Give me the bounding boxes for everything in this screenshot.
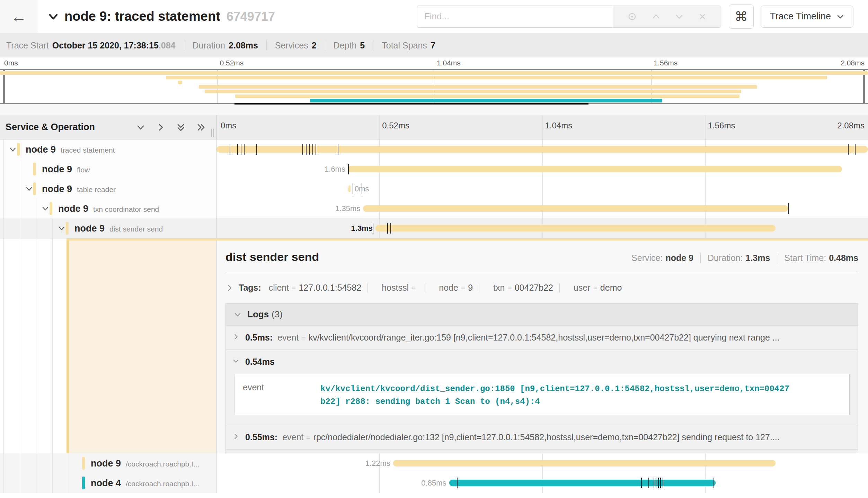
clear-search-icon[interactable] [698,12,707,21]
prev-match-icon[interactable] [651,12,661,21]
span-name-cell[interactable]: node 4/cockroach.roachpb.I... [0,473,216,493]
log-marker-tick [348,164,349,174]
log-entry-3[interactable]: 0.55ms: event = rpc/nodedialer/nodediale… [226,425,858,449]
span-row[interactable]: node 9txn coordinator send1.35ms [0,199,868,218]
span-bar[interactable] [449,480,716,486]
tags-row[interactable]: Tags: client=127.0.0.1:54582hostssl=node… [225,283,858,293]
span-timeline-cell[interactable]: 1.3ms [216,218,868,238]
span-row[interactable]: node 9table reader0ms [0,179,868,199]
timeline-gridline [379,179,380,199]
ruler-time-label: 1.04ms [545,121,573,130]
collapse-one-icon[interactable] [135,122,146,133]
span-row[interactable]: node 9dist sender send1.3ms [0,218,868,238]
log-field-key: event [282,432,303,442]
span-name-cell[interactable]: node 9flow [0,159,216,179]
minimap-left-scrubber[interactable] [3,70,5,103]
column-resize-grip[interactable] [211,129,214,137]
log-marker-tick [848,144,849,155]
span-row[interactable]: node 9/cockroach.roachpb.I...1.22ms [0,453,868,473]
log-entry-2[interactable]: 0.54ms event kv/kvclient/kvcoord/dist_se… [226,350,858,425]
trace-collapse-chevron-icon[interactable] [46,10,60,24]
tag-equals: = [461,284,465,292]
trace-timeline-page: ← node 9: traced statement 6749717 [0,0,868,498]
service-color-bar [17,143,20,156]
find-input[interactable] [417,6,613,27]
log-marker-tick [241,144,241,155]
span-timeline-cell[interactable] [216,139,868,159]
span-duration-label: 1.3ms [351,224,375,233]
tag-separator [479,283,479,292]
span-name-cell[interactable]: node 9dist sender send [0,218,216,238]
trace-summary-bar: Trace Start October 15 2020, 17:38:15.08… [0,33,868,57]
span-bar[interactable] [375,225,776,232]
log-field-value: kv/kvclient/kvcoord/range_iter.go:159 [n… [309,333,780,343]
span-color-fill [69,238,216,453]
next-match-icon[interactable] [674,12,684,21]
span-name-cell[interactable]: node 9traced statement [0,139,216,159]
span-bar[interactable] [216,146,868,153]
log-marker-tick [788,203,789,214]
expand-one-icon[interactable] [155,122,166,133]
log-marker-tick [353,183,353,194]
service-color-bar [82,477,85,489]
collapse-all-icon[interactable] [175,122,186,133]
minimap-canvas[interactable] [0,69,868,104]
tree-guide-line [52,453,53,473]
span-timeline-cell[interactable]: 0.85ms [216,473,868,493]
keyboard-shortcuts-button[interactable]: ⌘ [729,4,754,29]
locate-icon[interactable] [627,11,637,22]
minimap-right-scrubber[interactable] [863,70,865,103]
span-names: node 9traced statement [26,144,115,155]
span-timeline-cell[interactable]: 1.22ms [216,453,868,473]
tags-expand-icon[interactable] [225,284,234,292]
span-detail-title: dist sender send [225,250,319,264]
tag-separator [367,283,368,292]
logs-section: Logs (3) 0.5ms: event = kv/kvclient/kvco… [225,303,858,470]
service-name: node 4 [91,478,121,488]
ruler-time-label: 1.04ms [437,59,461,67]
span-tree-chevron-icon[interactable] [8,145,17,154]
span-bar[interactable] [348,166,842,172]
span-tree-chevron-icon[interactable] [57,224,66,233]
detail-duration-value: 1.3ms [745,253,770,263]
span-name-cell[interactable]: node 9txn coordinator send [0,199,216,218]
log-marker-tick [641,478,642,488]
service-name: node 9 [42,183,72,194]
expand-all-icon[interactable] [195,122,206,133]
span-bar[interactable] [393,460,776,467]
span-timeline-cell[interactable]: 0ms [216,179,868,199]
span-row[interactable]: node 4/cockroach.roachpb.I...0.85ms [0,473,868,493]
trace-id: 6749717 [227,9,275,24]
span-row[interactable]: node 9traced statement [0,139,868,159]
ruler-time-label: 0ms [4,59,18,67]
minimap-span-bar [310,99,662,102]
back-button[interactable]: ← [0,0,38,33]
span-row[interactable]: node 9flow1.6ms [0,159,868,179]
log-entry-1[interactable]: 0.5ms: event = kv/kvclient/kvcoord/range… [226,325,858,350]
service-name: node 9 [58,203,88,214]
span-name-cell[interactable]: node 9table reader [0,179,216,199]
tree-guide-line [52,473,53,493]
span-timeline-cell[interactable]: 1.6ms [216,159,868,179]
log-timestamp: 0.5ms: [245,333,273,343]
find-group [417,6,721,28]
span-name-cell[interactable]: node 9/cockroach.roachpb.I... [0,453,216,473]
log-timestamp: 0.55ms: [245,432,277,442]
tree-guide-line [36,453,36,473]
span-tree-chevron-icon[interactable] [25,184,34,193]
logs-header[interactable]: Logs (3) [226,304,858,325]
log-marker-tick [338,144,338,155]
span-detail-panel: dist sender send Service: node 9 Duratio… [216,238,868,453]
span-bar[interactable] [348,185,351,192]
span-timeline-cell[interactable]: 1.35ms [216,199,868,218]
ruler-time-label: 0ms [221,121,236,130]
span-tree-chevron-icon[interactable] [41,204,50,213]
span-bar[interactable] [363,205,788,212]
span-names: node 9flow [42,164,90,174]
span-duration-label: 1.6ms [325,165,348,174]
tree-guide-line [3,453,4,473]
tag-equals: = [292,284,296,292]
service-color-bar [82,457,85,470]
minimap-span-bar [235,94,739,98]
view-selector-button[interactable]: Trace Timeline [761,6,853,28]
